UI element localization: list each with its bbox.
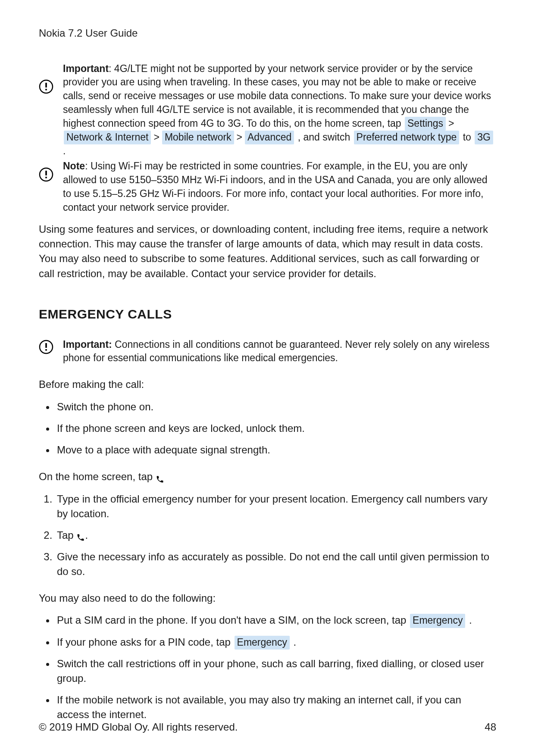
notice-text: : Using Wi-Fi may be restricted in some … — [63, 160, 487, 212]
bullet-text: . — [466, 614, 472, 626]
list-item: If your phone asks for a PIN code, tap E… — [55, 635, 496, 650]
list-item: Switch the call restrictions off in your… — [55, 656, 496, 686]
before-call-bullets: Switch the phone on. If the phone screen… — [45, 400, 496, 457]
list-item: Move to a place with adequate signal str… — [55, 443, 496, 457]
emergency-chip: Emergency — [235, 636, 290, 650]
network-usage-paragraph: Using some features and services, or dow… — [39, 222, 496, 281]
step-period: . — [85, 529, 88, 541]
home-screen-tap-line: On the home screen, tap — [39, 469, 496, 484]
alert-icon — [39, 159, 63, 182]
list-item: If the phone screen and keys are locked,… — [55, 421, 496, 436]
footer-copyright: © 2019 HMD Global Oy. All rights reserve… — [39, 720, 238, 734]
preferred-network-type-chip: Preferred network type — [354, 131, 460, 144]
note-notice-wifi: Note: Using Wi-Fi may be restricted in s… — [39, 159, 496, 214]
svg-rect-1 — [45, 83, 47, 87]
svg-rect-2 — [45, 89, 47, 91]
breadcrumb-sep: > — [153, 131, 159, 143]
breadcrumb-sep: > — [448, 118, 454, 129]
phone-icon — [76, 531, 85, 540]
step-text: Tap — [57, 529, 76, 541]
bullet-text: If your phone asks for a PIN code, tap — [57, 636, 234, 648]
list-item: Put a SIM card in the phone. If you don'… — [55, 613, 496, 628]
three-g-chip: 3G — [475, 131, 493, 144]
page-header: Nokia 7.2 User Guide — [39, 26, 496, 41]
important-notice-4g: Important: 4G/LTE might not be supported… — [39, 62, 496, 158]
svg-rect-8 — [45, 349, 47, 351]
list-item: Type in the official emergency number fo… — [55, 492, 496, 521]
notice-text: to — [460, 131, 474, 143]
breadcrumb-sep: > — [237, 131, 242, 143]
note-label: Note — [63, 160, 85, 172]
svg-rect-7 — [45, 343, 47, 348]
footer-page-number: 48 — [485, 720, 496, 734]
notice-text: Connections in all conditions cannot be … — [63, 339, 490, 364]
notice-text: . — [63, 145, 66, 156]
bullet-text: Put a SIM card in the phone. If you don'… — [57, 614, 409, 626]
important-notice-emergency: Important: Connections in all conditions… — [39, 335, 496, 365]
svg-rect-4 — [45, 171, 47, 175]
network-internet-chip: Network & Internet — [64, 131, 151, 144]
mobile-network-chip: Mobile network — [162, 131, 234, 144]
alert-icon — [39, 335, 63, 354]
emergency-steps: Type in the official emergency number fo… — [45, 492, 496, 579]
bullet-text: . — [291, 636, 296, 648]
emergency-calls-heading: EMERGENCY CALLS — [39, 305, 496, 323]
notice-text: , and switch — [295, 131, 353, 143]
important-label: Important — [63, 63, 109, 74]
list-item: Tap . — [55, 528, 496, 543]
home-screen-tap-text: On the home screen, tap — [39, 471, 156, 482]
emergency-chip: Emergency — [410, 614, 465, 628]
also-intro: You may also need to do the following: — [39, 591, 496, 606]
list-item: Switch the phone on. — [55, 400, 496, 414]
list-item: Give the necessary info as accurately as… — [55, 550, 496, 579]
list-item: If the mobile network is not available, … — [55, 693, 496, 722]
alert-icon — [39, 62, 63, 94]
additional-bullets: Put a SIM card in the phone. If you don'… — [45, 613, 496, 722]
before-call-intro: Before making the call: — [39, 377, 496, 392]
phone-icon — [156, 473, 164, 481]
settings-chip: Settings — [405, 117, 446, 131]
important-label: Important: — [63, 339, 112, 350]
svg-rect-5 — [45, 177, 47, 178]
advanced-chip: Advanced — [245, 131, 294, 144]
